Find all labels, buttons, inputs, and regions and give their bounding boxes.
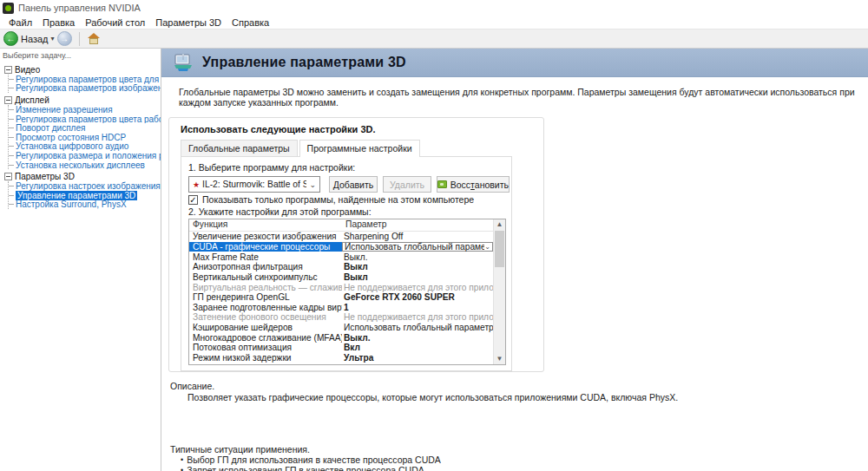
function-cell[interactable]: Анизотропная фильтрация: [189, 262, 342, 271]
sidebar-item-label: Регулировка параметров цвета для видео: [16, 75, 161, 84]
menu-item[interactable]: Параметры 3D: [150, 17, 227, 28]
menu-item[interactable]: Справка: [227, 17, 274, 28]
collapse-icon[interactable]: [4, 66, 12, 74]
function-cell[interactable]: Виртуальная реальность — сглаживание ...: [189, 283, 342, 292]
sidebar-item[interactable]: Изменение разрешения: [9, 105, 161, 114]
table-row[interactable]: CUDA - графические процессорыИспользоват…: [189, 242, 493, 252]
tab-global-settings[interactable]: Глобальные параметры: [181, 140, 298, 156]
restore-icon: [437, 180, 447, 188]
table-row[interactable]: Многокадровое сглаживание (MFAA)Выкл.: [189, 332, 493, 343]
parameter-cell[interactable]: Выкл: [342, 272, 493, 282]
parameter-cell[interactable]: Выкл.: [342, 252, 493, 262]
table-row[interactable]: Кэширование шейдеровИспользовать глобаль…: [189, 323, 493, 333]
tree-children: Регулировка настроек изображения с просм…: [8, 181, 161, 209]
function-cell[interactable]: CUDA - графические процессоры: [189, 242, 342, 252]
collapse-icon[interactable]: [4, 96, 12, 104]
function-cell[interactable]: ГП рендеринга OpenGL: [189, 292, 342, 302]
sidebar-item[interactable]: Регулировка параметров цвета для видео: [9, 75, 161, 84]
remove-button[interactable]: Удалить: [383, 176, 431, 193]
sidebar-item[interactable]: Настройка Surround, PhysX: [9, 200, 161, 210]
table-row[interactable]: Вертикальный синхроимпульсВыкл: [189, 272, 493, 283]
back-button[interactable]: ← Назад ▾: [3, 31, 55, 46]
restore-button-label: Восстановить: [450, 180, 509, 190]
table-row[interactable]: Виртуальная реальность — сглаживание ...…: [189, 282, 493, 292]
sidebar-item[interactable]: Поворот дисплея: [9, 123, 161, 133]
function-cell[interactable]: Вертикальный синхроимпульс: [189, 272, 342, 282]
function-cell[interactable]: Затенение фонового освещения: [189, 312, 342, 322]
table-row[interactable]: ГП рендеринга OpenGLGeForce RTX 2060 SUP…: [189, 292, 493, 303]
tree-section-header[interactable]: Видео: [4, 65, 161, 75]
checkbox-check-icon[interactable]: ✓: [188, 195, 198, 205]
function-cell[interactable]: Потоковая оптимизация: [189, 343, 342, 352]
back-button-label[interactable]: Назад: [21, 34, 49, 44]
parameter-cell[interactable]: 1: [342, 303, 493, 312]
show-found-programs-checkbox[interactable]: ✓ Показывать только программы, найденные…: [188, 194, 474, 205]
menu-item[interactable]: Файл: [3, 17, 37, 28]
parameter-cell[interactable]: Выкл: [342, 262, 493, 271]
parameter-cell[interactable]: GeForce RTX 2060 SUPER: [342, 292, 493, 302]
parameter-cell[interactable]: Не поддерживается для этого приложения: [342, 283, 493, 292]
sidebar-item[interactable]: Регулировка параметров изображения для в…: [9, 84, 161, 94]
table-row[interactable]: Режим низкой задержкиУльтра: [189, 353, 493, 363]
menu-item[interactable]: Правка: [37, 17, 80, 28]
sidebar-item[interactable]: Управление параметрами 3D: [9, 191, 161, 200]
column-header-parameter: Параметр: [342, 219, 505, 231]
parameter-cell[interactable]: Sharpening Off: [342, 232, 493, 241]
tree-section-header[interactable]: Параметры 3D: [4, 172, 161, 181]
function-cell[interactable]: Увеличение резкости изображения: [189, 232, 342, 241]
tab-program-settings[interactable]: Программные настройки: [299, 140, 420, 156]
menu-item[interactable]: Рабочий стол: [80, 17, 150, 28]
table-row[interactable]: Затенение фонового освещенияНе поддержив…: [189, 312, 493, 323]
parameter-combobox[interactable]: Использовать глобальный параметр (Все)⌄: [342, 242, 493, 252]
function-cell[interactable]: Режим управления электропитанием: [189, 363, 342, 364]
function-cell[interactable]: Заранее подготовленные кадры виртуаль...: [189, 303, 342, 312]
sidebar-item[interactable]: Просмотр состояния HDCP: [9, 133, 161, 142]
table-row[interactable]: Анизотропная фильтрацияВыкл: [189, 262, 493, 272]
sidebar-item-label: Установка цифрового аудио: [16, 142, 128, 152]
sidebar-item[interactable]: Установка нескольких дисплеев: [9, 160, 161, 170]
parameter-cell[interactable]: Выкл.: [342, 333, 493, 343]
table-row[interactable]: Потоковая оптимизацияВкл: [189, 343, 493, 353]
back-dropdown-caret-icon[interactable]: ▾: [51, 35, 55, 43]
table-row[interactable]: Увеличение резкости изображенияSharpenin…: [189, 232, 493, 242]
sidebar-item[interactable]: Регулировка параметров цвета рабочего ст…: [9, 114, 161, 124]
intro-text: Глобальные параметры 3D можно заменить и…: [179, 87, 861, 108]
parameter-cell[interactable]: Ультра: [342, 353, 493, 363]
parameter-cell[interactable]: Вкл: [342, 343, 493, 352]
table-row[interactable]: Заранее подготовленные кадры виртуаль...…: [189, 302, 493, 312]
table-row[interactable]: Режим управления электропитаниемПредпочт…: [189, 363, 493, 364]
parameter-cell[interactable]: Предпочтителен режим максимальной произв…: [342, 363, 493, 364]
sidebar-item[interactable]: Регулировка настроек изображения с просм…: [9, 181, 161, 191]
settings-groupbox: Использовать следующие настройки 3D. Гло…: [168, 117, 544, 372]
tree-section-header[interactable]: Дисплей: [4, 95, 161, 105]
function-cell[interactable]: Кэширование шейдеров: [189, 323, 342, 332]
scroll-up-icon[interactable]: ▲: [494, 219, 505, 230]
collapse-icon[interactable]: [4, 173, 12, 180]
parameter-cell[interactable]: Использовать глобальный параметр (Вкл.): [342, 323, 493, 332]
table-row[interactable]: Max Frame RateВыкл.: [189, 252, 493, 262]
function-cell[interactable]: Max Frame Rate: [189, 252, 342, 262]
table-body: Увеличение резкости изображенияSharpenin…: [189, 232, 493, 364]
column-header-function: Функция: [189, 219, 342, 231]
forward-button[interactable]: →: [57, 31, 72, 46]
home-icon[interactable]: [87, 33, 101, 45]
sidebar-item[interactable]: Регулировка размера и положения рабочего…: [9, 151, 161, 160]
sidebar-item[interactable]: Установка цифрового аудио: [9, 142, 161, 152]
program-select[interactable]: ★ IL-2: Sturmovik: Battle of Stalingr...…: [188, 176, 320, 193]
scrollbar-thumb[interactable]: [495, 231, 504, 267]
parameter-cell[interactable]: Не поддерживается для этого приложения: [342, 312, 493, 322]
scroll-down-icon[interactable]: ▼: [494, 354, 505, 364]
tree-section: Параметры 3DРегулировка настроек изображ…: [4, 172, 161, 209]
sidebar-item-label: Просмотр состояния HDCP: [16, 133, 126, 142]
add-button[interactable]: Добавить: [329, 176, 378, 193]
table-scrollbar[interactable]: ▲ ▼: [493, 219, 505, 364]
parameter-cell[interactable]: Использовать глобальный параметр (Все)⌄: [342, 242, 493, 252]
back-arrow-icon[interactable]: ←: [3, 31, 18, 46]
function-cell[interactable]: Многокадровое сглаживание (MFAA): [189, 333, 342, 343]
sidebar-item-label: Установка нескольких дисплеев: [16, 160, 145, 170]
description-text: Позволяет указать графические процессоры…: [187, 392, 859, 402]
function-cell[interactable]: Режим низкой задержки: [189, 353, 342, 363]
program-select-value: IL-2: Sturmovik: Battle of Stalingr...: [202, 180, 306, 189]
usage-list: •Выбор ГП для использования в качестве п…: [181, 455, 859, 471]
restore-button[interactable]: Восстановить: [437, 176, 510, 193]
